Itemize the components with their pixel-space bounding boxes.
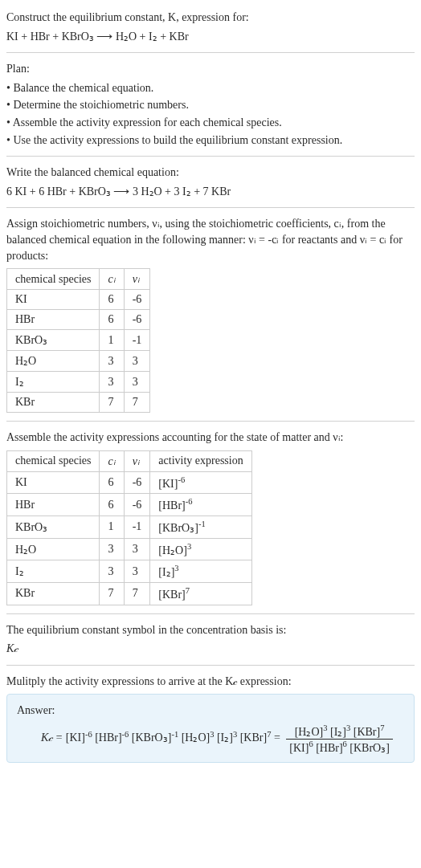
cell: 3 [100, 372, 124, 393]
table-header: chemical species [7, 269, 100, 290]
ae-exp: 7 [186, 586, 190, 595]
cell: -6 [124, 310, 150, 330]
table-header: activity expression [150, 450, 251, 471]
ae-base: [H₂O] [158, 544, 187, 556]
activity-block: Assemble the activity expressions accoun… [6, 430, 415, 605]
term-base: [H₂O] [295, 726, 324, 738]
cell: 3 [100, 560, 124, 583]
term-base: [H₂O] [182, 731, 210, 744]
cell: KBr [7, 583, 100, 605]
ae-exp: -1 [198, 520, 206, 528]
question-equation: KI + HBr + KBrO₃ ⟶ H₂O + I₂ + KBr [6, 29, 415, 45]
table-header: cᵢ [100, 450, 124, 471]
cell-activity: [H₂O]3 [150, 538, 251, 560]
question-line-1: Construct the equilibrium constant, K, e… [6, 10, 415, 26]
balanced-label: Write the balanced chemical equation: [6, 165, 415, 181]
table-row: I₂33 [7, 372, 150, 393]
term-base: [I₂] [217, 731, 233, 744]
cell: HBr [7, 494, 100, 516]
divider [6, 156, 415, 157]
table-row: KBr77 [7, 393, 150, 413]
plan-item: • Assemble the activity expression for e… [6, 115, 415, 131]
stoich-text: Assign stoichiometric numbers, νᵢ, using… [6, 216, 415, 263]
term-exp: -6 [85, 730, 92, 739]
multiply-block: Mulitply the activity expressions to arr… [6, 674, 415, 764]
cell-activity: [HBr]-6 [150, 494, 251, 516]
cell: KBrO₃ [7, 516, 100, 539]
kc-symbol-block: The equilibrium constant symbol in the c… [6, 622, 415, 657]
cell-activity: [KI]-6 [150, 471, 251, 494]
stoich-block: Assign stoichiometric numbers, νᵢ, using… [6, 216, 415, 413]
cell: H₂O [7, 538, 100, 560]
table-header-row: chemical species cᵢ νᵢ [7, 269, 150, 290]
table-row: H₂O33[H₂O]3 [7, 538, 252, 560]
term-base: [KBrO₃] [132, 731, 172, 744]
cell: -6 [124, 290, 150, 310]
cell: H₂O [7, 351, 100, 372]
plan-item: • Determine the stoichiometric numbers. [6, 97, 415, 113]
cell: HBr [7, 310, 100, 330]
kc-symbol: K𝒸 [6, 641, 415, 657]
term-exp: 3 [346, 723, 350, 732]
cell: 7 [100, 583, 124, 605]
numerator: [H₂O]3 [I₂]3 [KBr]7 [286, 723, 393, 740]
table-row: KBrO₃1-1[KBrO₃]-1 [7, 516, 252, 539]
divider [6, 665, 415, 666]
plan-label: Plan: [6, 61, 415, 77]
term-exp: 3 [323, 723, 327, 732]
cell: KI [7, 471, 100, 494]
plan-item: • Use the activity expressions to build … [6, 132, 415, 149]
cell: 3 [100, 538, 124, 560]
cell-activity: [KBrO₃]-1 [150, 516, 251, 539]
assemble-text: Assemble the activity expressions accoun… [6, 430, 415, 446]
table-row: H₂O33 [7, 351, 150, 372]
divider [6, 207, 415, 208]
term-exp: -6 [122, 730, 129, 739]
cell: -6 [124, 494, 150, 516]
ae-base: [KBr] [158, 589, 185, 601]
cell: KI [7, 290, 100, 310]
cell: 3 [100, 351, 124, 372]
cell: I₂ [7, 560, 100, 583]
term-exp: 6 [309, 740, 313, 748]
term-exp: 3 [210, 730, 214, 739]
cell: -1 [124, 330, 150, 351]
divider [6, 421, 415, 422]
fraction: [H₂O]3 [I₂]3 [KBr]7 [KI]6 [HBr]6 [KBrO₃] [286, 723, 393, 754]
term-base: [KBr] [240, 731, 267, 744]
cell: KBr [7, 393, 100, 413]
term-base: [KBrO₃] [349, 741, 390, 753]
ae-base: [KI] [158, 477, 178, 489]
answer-expression: K𝒸 = [KI]-6 [HBr]-6 [KBrO₃]-1 [H₂O]3 [I₂… [17, 723, 404, 754]
term-exp: 6 [343, 740, 347, 748]
activity-table: chemical species cᵢ νᵢ activity expressi… [6, 450, 252, 605]
term-base: [KI] [289, 741, 309, 753]
term-base: [HBr] [95, 731, 121, 744]
cell: 6 [100, 310, 124, 330]
table-header: chemical species [7, 450, 100, 471]
table-header-row: chemical species cᵢ νᵢ activity expressi… [7, 450, 252, 471]
plan-block: Plan: • Balance the chemical equation. •… [6, 61, 415, 148]
cell-activity: [I₂]3 [150, 560, 251, 583]
cell: 7 [124, 393, 150, 413]
balanced-block: Write the balanced chemical equation: 6 … [6, 165, 415, 199]
table-row: HBr6-6[HBr]-6 [7, 494, 252, 516]
cell: 7 [124, 583, 150, 605]
ae-exp: -6 [186, 497, 193, 506]
multiply-text: Mulitply the activity expressions to arr… [6, 674, 415, 690]
cell: 3 [124, 351, 150, 372]
table-row: KBr77[KBr]7 [7, 583, 252, 605]
ae-exp: 3 [174, 564, 178, 573]
ae-exp: -6 [178, 475, 185, 484]
cell: 3 [124, 538, 150, 560]
table-row: KBrO₃1-1 [7, 330, 150, 351]
cell: I₂ [7, 372, 100, 393]
cell: 6 [100, 290, 124, 310]
term-base: [KBr] [354, 726, 380, 738]
cell: 1 [100, 330, 124, 351]
balanced-equation: 6 KI + 6 HBr + KBrO₃ ⟶ 3 H₂O + 3 I₂ + 7 … [6, 184, 415, 200]
answer-box: Answer: K𝒸 = [KI]-6 [HBr]-6 [KBrO₃]-1 [H… [6, 694, 415, 763]
table-header: νᵢ [124, 269, 150, 290]
divider [6, 52, 415, 53]
cell: -1 [124, 516, 150, 539]
